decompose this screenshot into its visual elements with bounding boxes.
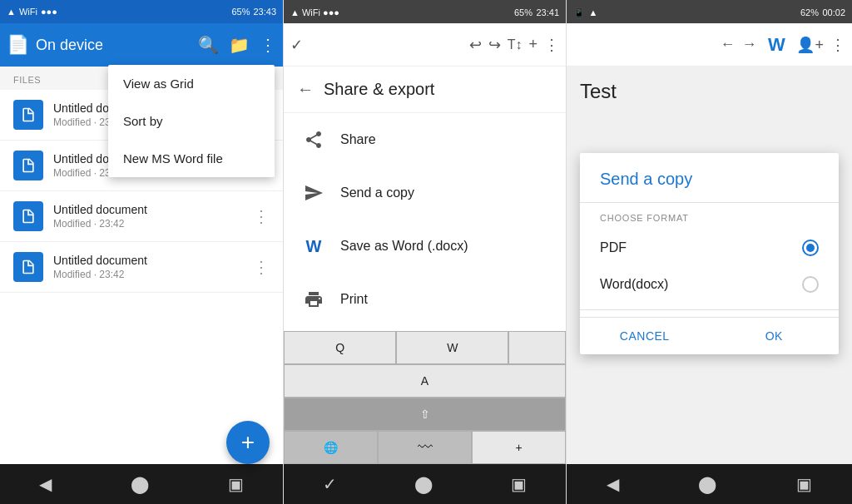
file-meta: Modified · 23:42 [53, 218, 253, 230]
folder-icon[interactable]: 📁 [229, 35, 250, 55]
doc-svg [20, 259, 37, 275]
save-word-menu-item[interactable]: W Save as Word (.docx) [284, 220, 566, 273]
toolbar-2: ✓ ↩ ↪ T↕ + ⋮ [284, 23, 566, 67]
time-1: 23:43 [253, 7, 276, 17]
dialog-divider [580, 309, 839, 310]
back-nav-icon-2[interactable]: ✓ [323, 474, 337, 494]
pdf-option[interactable]: PDF [580, 230, 839, 266]
search-icon[interactable]: 🔍 [198, 35, 219, 55]
app-title-text: On device [36, 37, 103, 54]
choose-format-label: CHOOSE FORMAT [580, 203, 839, 230]
toolbar-3: ← → W 👤+ ⋮ [567, 23, 852, 67]
signal-icon-3: ▲ [588, 7, 597, 17]
doc-svg [20, 208, 37, 225]
nav-bar-2: ✓ ⬤ ▣ [284, 464, 566, 504]
status-bar-right-1: 65% 23:43 [231, 7, 276, 17]
file-info: Untitled document Modified · 23:42 [53, 254, 253, 280]
time-3: 00:02 [822, 7, 845, 17]
panel-share-export: ▲ WiFi ●●● 65% 23:41 ✓ ↩ ↪ T↕ + ⋮ ← Shar… [283, 0, 566, 504]
key-plus[interactable]: + [472, 431, 566, 464]
toolbar-1: 📄 On device 🔍 📁 ⋮ [0, 23, 283, 67]
recents-nav-icon-2[interactable]: ▣ [511, 474, 527, 494]
menu-item-sort-by[interactable]: Sort by [108, 102, 275, 140]
file-more-icon[interactable]: ⋮ [253, 206, 270, 226]
fab-button[interactable]: + [226, 421, 270, 464]
ok-button[interactable]: OK [710, 318, 840, 354]
share-export-menu: Share Send a copy W Save as Word (.docx)… [284, 113, 566, 331]
file-more-icon[interactable]: ⋮ [253, 257, 270, 277]
panel-file-manager: ▲ WiFi ●●● 65% 23:43 📄 On device 🔍 📁 ⋮ F… [0, 0, 283, 504]
keyboard: Q W A ⇧ 🌐 〰 + [284, 331, 566, 464]
home-nav-icon-2[interactable]: ⬤ [414, 474, 433, 494]
status-right-3: 62% 00:02 [800, 4, 845, 19]
word-option[interactable]: Word(docx) [580, 266, 839, 303]
key-q[interactable]: Q [284, 331, 396, 364]
battery-1: 65% [231, 7, 250, 17]
dropdown-menu: View as Grid Sort by New MS Word file [108, 65, 275, 177]
more-icon-3[interactable]: ⋮ [830, 36, 845, 54]
print-label: Print [340, 292, 368, 307]
more-icon-2[interactable]: ⋮ [544, 36, 559, 54]
back-arrow-icon[interactable]: ← [297, 80, 314, 99]
key-row-1: Q W [284, 331, 566, 364]
battery-3: 62% [800, 7, 819, 17]
file-item[interactable]: Untitled document Modified · 23:42 ⋮ [0, 242, 283, 293]
word-radio[interactable] [802, 276, 819, 293]
key-swipe[interactable]: 〰 [378, 431, 472, 464]
save-word-label: Save as Word (.docx) [340, 239, 468, 254]
share-export-title: Share & export [324, 80, 434, 99]
send-copy-menu-item[interactable]: Send a copy [284, 166, 566, 220]
home-nav-icon[interactable]: ⬤ [131, 474, 149, 494]
share-export-header: ← Share & export [284, 67, 566, 113]
file-name: Untitled document [53, 203, 253, 216]
dialog-title: Send a copy [580, 153, 839, 203]
app-title: 📄 On device [7, 34, 191, 56]
check-icon[interactable]: ✓ [290, 36, 303, 54]
wp-icon: 📱 [573, 7, 585, 17]
send-copy-label: Send a copy [340, 185, 414, 200]
share-icon [300, 126, 327, 153]
word-label: Word(docx) [600, 277, 802, 292]
key-row-2: A [284, 364, 566, 398]
more-icon[interactable]: ⋮ [260, 35, 276, 55]
nav-bar-1: ◀ ⬤ ▣ [0, 464, 283, 504]
redo-icon[interactable]: ↪ [488, 36, 501, 54]
key-shift[interactable]: ⇧ [284, 398, 566, 431]
key-w[interactable]: W [396, 331, 508, 364]
recents-nav-icon-3[interactable]: ▣ [796, 474, 812, 494]
word-app-icon: W [763, 32, 790, 58]
document-title: Test [580, 80, 839, 103]
file-doc-icon [13, 201, 43, 231]
print-menu-item[interactable]: Print [284, 273, 566, 326]
pdf-label: PDF [600, 240, 802, 255]
forward-icon-3[interactable]: → [741, 36, 756, 53]
add-person-icon[interactable]: 👤+ [796, 36, 824, 54]
cancel-button[interactable]: Cancel [580, 318, 710, 354]
undo-icon[interactable]: ↩ [469, 36, 482, 54]
add-icon[interactable]: + [528, 36, 537, 53]
share-menu-item[interactable]: Share [284, 113, 566, 166]
menu-item-view-as-grid[interactable]: View as Grid [108, 65, 275, 102]
home-nav-icon-3[interactable]: ⬤ [698, 474, 716, 494]
toolbar-actions: 🔍 📁 ⋮ [198, 35, 276, 55]
print-icon [300, 286, 327, 313]
doc-svg [20, 157, 37, 174]
key-globe[interactable]: 🌐 [284, 431, 378, 464]
menu-item-new-word[interactable]: New MS Word file [108, 140, 275, 177]
key-a[interactable]: A [284, 364, 566, 398]
status-left-3: 📱 ▲ [573, 4, 597, 19]
back-nav-icon-3[interactable]: ◀ [607, 474, 619, 494]
format-icon[interactable]: T↕ [508, 37, 523, 52]
recents-nav-icon[interactable]: ▣ [228, 474, 244, 494]
carrier-icon: ▲ [7, 7, 16, 17]
word-icon: W [300, 233, 327, 259]
key-row-3: ⇧ [284, 398, 566, 431]
back-nav-icon[interactable]: ◀ [39, 474, 52, 494]
file-info: Untitled document Modified · 23:42 [53, 203, 253, 230]
time-2: 23:41 [536, 7, 559, 17]
file-item[interactable]: Untitled document Modified · 23:42 ⋮ [0, 191, 283, 242]
pdf-radio[interactable] [802, 240, 819, 256]
nav-bar-3: ◀ ⬤ ▣ [567, 464, 852, 504]
file-doc-icon [13, 100, 43, 130]
back-icon-3[interactable]: ← [720, 36, 735, 53]
